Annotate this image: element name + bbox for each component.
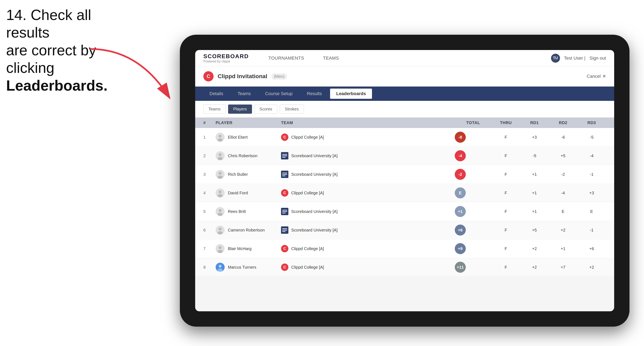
player-cell: David Ford: [216, 188, 281, 197]
team-name: Clippd College [A]: [291, 191, 324, 195]
tab-results[interactable]: Results: [301, 89, 328, 99]
team-name: Clippd College [A]: [291, 135, 324, 140]
tab-teams[interactable]: Teams: [231, 89, 257, 99]
team-logo-scoreboard: [281, 208, 288, 215]
col-rd3: RD3: [577, 120, 606, 125]
score-total: -4: [455, 150, 492, 161]
table-row: 1 Elliot Ebert C Clippd College [A] -8 F…: [195, 128, 614, 147]
team-name: Scoreboard University [A]: [291, 154, 338, 158]
svg-point-2: [219, 135, 222, 138]
nav-user: TU Test User | Sign out: [551, 54, 606, 63]
svg-point-19: [219, 190, 222, 193]
team-logo-scoreboard: [281, 171, 288, 178]
score-total: +6: [455, 224, 492, 236]
rd1: -5: [520, 154, 549, 158]
svg-point-13: [218, 175, 222, 179]
logo-title: SCOREBOARD: [203, 53, 249, 60]
row-rank: 2: [203, 154, 216, 158]
svg-rect-9: [282, 156, 287, 156]
player-name: Rich Butler: [228, 172, 248, 177]
rd2: -6: [549, 135, 577, 140]
tab-course-setup[interactable]: Course Setup: [259, 89, 299, 99]
team-logo-clippd: C: [281, 245, 288, 252]
table-row: 4 David Ford C Clippd College [A] E F +1…: [195, 184, 614, 202]
team-name: Scoreboard University [A]: [291, 209, 338, 214]
rd3: +2: [577, 265, 606, 270]
nav-teams[interactable]: TEAMS: [320, 54, 342, 62]
player-name: Cameron Robertson: [228, 228, 265, 232]
leaderboards-bold: Leaderboards.: [6, 77, 108, 94]
instruction-text: 14. Check all results are correct by cli…: [6, 6, 133, 94]
score-total: +9: [455, 243, 492, 254]
navbar: SCOREBOARD Powered by clippd TOURNAMENTS…: [195, 50, 614, 66]
row-rank: 7: [203, 246, 216, 251]
player-name: Blair McHarg: [228, 246, 252, 251]
player-avatar: [216, 188, 224, 197]
player-avatar: [216, 207, 224, 216]
nav-tournaments[interactable]: TOURNAMENTS: [265, 54, 308, 62]
rd3: +6: [577, 246, 606, 251]
filter-players[interactable]: Players: [228, 105, 252, 114]
team-logo-clippd: C: [281, 189, 288, 196]
cancel-button[interactable]: Cancel ✕: [587, 74, 606, 79]
score-badge: -2: [455, 169, 466, 180]
player-avatar: [216, 263, 224, 272]
row-rank: 4: [203, 191, 216, 195]
thru: F: [492, 246, 520, 251]
col-rd1: RD1: [520, 120, 549, 125]
svg-rect-8: [282, 154, 287, 155]
svg-point-12: [219, 172, 222, 175]
tournament-header: C Clippd Invitational (Men) Cancel ✕: [195, 66, 614, 87]
team-cell: C Clippd College [A]: [281, 189, 455, 196]
logo-sub: Powered by clippd: [203, 60, 249, 63]
row-rank: 1: [203, 135, 216, 140]
rd1: +1: [520, 209, 549, 214]
thru: F: [492, 154, 520, 158]
team-name: Scoreboard University [A]: [291, 228, 338, 232]
thru: F: [492, 228, 520, 232]
col-rank: #: [203, 120, 216, 125]
row-rank: 8: [203, 265, 216, 270]
svg-point-29: [219, 228, 222, 230]
team-cell: C Clippd College [A]: [281, 245, 455, 252]
svg-point-37: [218, 250, 222, 253]
team-logo-scoreboard: [281, 152, 288, 160]
rd3: -5: [577, 135, 606, 140]
svg-rect-33: [282, 230, 287, 230]
svg-point-3: [218, 138, 222, 142]
player-name: Marcus Turners: [228, 265, 256, 270]
thru: F: [492, 265, 520, 270]
svg-point-20: [218, 194, 222, 197]
tab-details[interactable]: Details: [203, 89, 229, 99]
rd2: +5: [549, 154, 577, 158]
svg-point-40: [218, 268, 222, 272]
filter-scores[interactable]: Scores: [254, 105, 277, 114]
player-cell: Elliot Ebert: [216, 133, 281, 142]
user-avatar-icon: TU: [551, 54, 560, 63]
rd2: -2: [549, 172, 577, 177]
filter-teams[interactable]: Teams: [203, 105, 226, 114]
rd1: +2: [520, 246, 549, 251]
tab-leaderboards[interactable]: Leaderboards: [330, 89, 372, 99]
col-rd2: RD2: [549, 120, 577, 125]
filter-bar: Teams Players Scores Strokes: [195, 101, 614, 118]
player-avatar: [216, 244, 224, 253]
sign-out-link[interactable]: Sign out: [590, 55, 606, 61]
col-player: PLAYER: [216, 120, 281, 125]
score-badge: -4: [455, 150, 466, 161]
team-cell: Scoreboard University [A]: [281, 208, 455, 215]
team-cell: Scoreboard University [A]: [281, 171, 455, 178]
rd1: +5: [520, 228, 549, 232]
row-rank: 6: [203, 228, 216, 232]
team-cell: Scoreboard University [A]: [281, 226, 455, 234]
player-cell: Marcus Turners: [216, 263, 281, 272]
table-row: 8 Marcus Turners C Clippd College [A] +1…: [195, 258, 614, 277]
svg-rect-10: [282, 157, 286, 158]
team-logo-scoreboard: [281, 226, 288, 234]
score-badge: E: [455, 187, 466, 198]
rd2: +1: [549, 246, 577, 251]
tournament-badge: (Men): [272, 73, 287, 80]
score-total: -8: [455, 132, 492, 143]
player-avatar: [216, 226, 224, 235]
filter-strokes[interactable]: Strokes: [280, 105, 304, 114]
